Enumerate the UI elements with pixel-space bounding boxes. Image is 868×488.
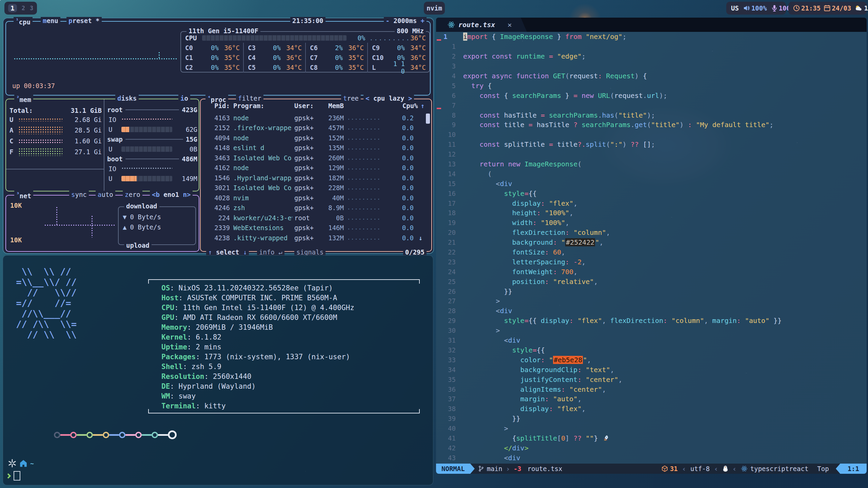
preset-button[interactable]: preset *	[66, 17, 102, 24]
code-line[interactable]: 31 <div	[436, 336, 867, 345]
code-line[interactable]: 36 alignItems: "center",	[436, 384, 867, 394]
menu-button[interactable]: menu	[41, 17, 60, 24]
code-line[interactable]: 37 margin: "auto",	[436, 394, 867, 404]
code-line[interactable]: 6 const { searchParams } = new URL(reque…	[436, 90, 867, 100]
code-line[interactable]: 10	[436, 130, 867, 140]
proc-scrollbar-thumb[interactable]	[426, 114, 430, 124]
code-line[interactable]: 15 <div	[436, 179, 867, 188]
code-line[interactable]: 11 const splitTitle = title?.split(":") …	[436, 140, 867, 149]
code-line[interactable]: 32 style={{	[436, 345, 867, 355]
prompt-input-row[interactable]	[6, 471, 20, 481]
signals-button[interactable]: signals	[294, 248, 326, 256]
process-row[interactable]: 2339WebExtensionsgpsk+146M.........0.0	[201, 223, 431, 233]
code-token: :	[545, 278, 549, 286]
select-buttons[interactable]: ↑ select ↓	[206, 248, 249, 256]
code-token: .	[631, 121, 635, 129]
tree-button[interactable]: tree	[341, 95, 361, 102]
code-line[interactable]: 23 letterSpacing: -2,	[436, 257, 867, 267]
code-line[interactable]: 18 height: "100%",	[436, 208, 867, 218]
code-line[interactable]: 22 fontSize: 60,	[436, 247, 867, 257]
code-line[interactable]: 13 return new ImageResponse(	[436, 159, 867, 169]
keyboard-layout[interactable]: US	[731, 4, 739, 12]
net-sync-button[interactable]: sync	[69, 191, 89, 198]
net-auto-button[interactable]: auto	[96, 191, 115, 198]
process-row[interactable]: 2152.firefox-wrappegpsk+457M.........0.0	[201, 123, 431, 133]
process-row[interactable]: 4246zshgpsk+8.9M.........0.0	[201, 203, 431, 213]
code-line[interactable]: 3	[436, 61, 867, 71]
code-line[interactable]: 39 }}	[436, 414, 867, 424]
code-line[interactable]: 8 const hasTitle = searchParams.has("tit…	[436, 110, 867, 120]
col-program[interactable]: Program:	[233, 102, 292, 109]
code-line[interactable]: 29 style={{ display: "flex", flexDirecti…	[436, 316, 867, 326]
weather-module[interactable]: 10°	[854, 4, 868, 12]
workspace-2[interactable]: 2	[22, 5, 25, 12]
code-line[interactable]: 7	[436, 100, 867, 110]
net-zero-button[interactable]: zero	[123, 191, 142, 198]
mem-meter	[18, 148, 62, 156]
code-line[interactable]: 40 >	[436, 424, 867, 433]
code-line[interactable]: 5 try {	[436, 81, 867, 90]
code-line[interactable]: 14 (	[436, 169, 867, 179]
code-line[interactable]: 21 background: "#252422",	[436, 238, 867, 247]
process-row[interactable]: 4094nodegpsk+152M.........0.0	[201, 133, 431, 143]
code-line[interactable]: 27 >	[436, 296, 867, 306]
tab-route-tsx[interactable]: route.tsx ×	[436, 18, 527, 32]
code-line[interactable]: 4export async function GET(request: Requ…	[436, 71, 867, 81]
process-row[interactable]: 4163nodegpsk+236M.........0.2	[201, 113, 431, 123]
code-line[interactable]: 34 backgroundClip: "text",	[436, 365, 867, 374]
io-label[interactable]: io	[178, 95, 190, 102]
info-button[interactable]: info ↵	[257, 248, 284, 256]
sort-arrow-icon[interactable]: ↑	[421, 102, 425, 109]
net-panel-title[interactable]: ³net	[14, 191, 33, 200]
clock-module[interactable]: 21:35	[793, 4, 821, 12]
process-row[interactable]: 224kworker/u24:3-evroot0B.........0.0	[201, 213, 431, 223]
code-line[interactable]: 26 }}	[436, 286, 867, 296]
process-row[interactable]: 3463Isolated Web Cogpsk+260M.........0.0	[201, 153, 431, 163]
process-row[interactable]: 4148eslint_dgpsk+135M.........0.0	[201, 143, 431, 153]
code-line[interactable]: 9 const title = hasTitle ? searchParams.…	[436, 120, 867, 130]
col-cpu[interactable]: Cpu%	[402, 102, 418, 109]
volume-module[interactable]: 100%	[743, 4, 767, 12]
code-line[interactable]: 19 width: "100%",	[436, 218, 867, 228]
process-row[interactable]: 3021Isolated Web Cogpsk+228M.........0.0	[201, 183, 431, 193]
code-line[interactable]: 33 color: "#eb5e28",	[436, 355, 867, 365]
editor-buffer[interactable]: 1import { ImageResponse } from "next/og"…	[436, 32, 867, 464]
process-row[interactable]: 4238.kitty-wrappedgpsk+132M.........0.0	[201, 233, 431, 243]
col-memb[interactable]: MemB	[320, 102, 344, 109]
sort-selector[interactable]: < cpu lazy >	[363, 95, 414, 102]
date-module[interactable]: 24/03	[824, 4, 851, 12]
code-line[interactable]: 28 <div	[436, 306, 867, 316]
process-row[interactable]: 4162nodegpsk+129M.........0.0	[201, 163, 431, 173]
code-line[interactable]: 42 </div>	[436, 443, 867, 453]
col-user[interactable]: User:	[294, 102, 320, 109]
workspace-3[interactable]: 3	[30, 5, 33, 12]
mem-panel-title[interactable]: ²mem	[14, 95, 33, 103]
filter-button[interactable]: filter	[236, 95, 263, 102]
code-line[interactable]: 17 display: "flex",	[436, 198, 867, 208]
update-interval[interactable]: - 2000ms +	[384, 17, 427, 24]
separator-chevron: ‹	[682, 465, 686, 473]
process-row[interactable]: 1546.Hyprland-wrappgpsk+182M.........0.0	[201, 173, 431, 183]
code-line[interactable]: 30 >	[436, 326, 867, 336]
code-line[interactable]: 2export const runtime = "edge";	[436, 52, 867, 61]
code-line[interactable]: 1import { ImageResponse } from "next/og"…	[436, 32, 867, 42]
code-token: export	[463, 72, 488, 80]
code-line[interactable]: 24 fontWeight: 700,	[436, 267, 867, 277]
code-line[interactable]: 1	[436, 42, 867, 52]
code-line[interactable]: 20 flexDirection: "column",	[436, 228, 867, 238]
code-line[interactable]: 43 <div	[436, 453, 867, 463]
col-pid[interactable]: Pid:	[201, 102, 230, 109]
net-interface[interactable]: <b eno1 n>	[150, 191, 193, 198]
code-line[interactable]: 25 position: "relative",	[436, 277, 867, 286]
process-row[interactable]: 4028nvimgpsk+40M.........0.0	[201, 193, 431, 203]
code-line[interactable]: 38 display: "flex",	[436, 404, 867, 414]
disks-label[interactable]: disks	[115, 95, 139, 102]
workspace-1[interactable]: 1	[8, 4, 17, 12]
code-line[interactable]: 12	[436, 149, 867, 159]
tab-close-icon[interactable]: ×	[507, 21, 512, 29]
code-line[interactable]: 41 {splitTitle[0] ?? ""}	[436, 433, 867, 443]
code-line[interactable]: 35 justifyContent: "center",	[436, 374, 867, 384]
cpu-panel-title[interactable]: ¹cpu	[14, 17, 33, 26]
scroll-down-icon[interactable]: ↓	[419, 234, 422, 242]
code-line[interactable]: 16 style={{	[436, 188, 867, 198]
